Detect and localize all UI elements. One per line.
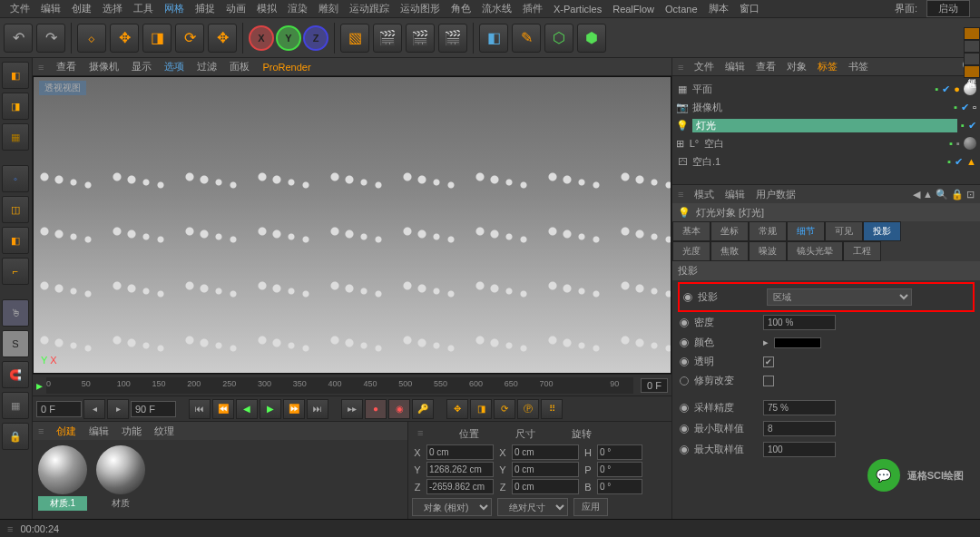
viewport[interactable]: 透视视图 Y X (33, 76, 671, 374)
tree-row-light[interactable]: 💡 灯光 ▪✔ (676, 116, 976, 134)
menu-oct[interactable]: Octane (665, 4, 697, 15)
coord-mode1-select[interactable]: 对象 (相对) (412, 498, 492, 516)
tab-general[interactable]: 常规 (749, 221, 787, 241)
menu-anim[interactable]: 动画 (226, 2, 246, 15)
om-tags-menu[interactable]: 标签 (818, 60, 838, 73)
mat-edit-menu[interactable]: 编辑 (89, 425, 109, 438)
material-name[interactable]: 材质.1 (38, 496, 87, 511)
tab-shadow[interactable]: 投影 (863, 221, 901, 241)
triangle-tag-icon[interactable]: ▲ (966, 156, 976, 167)
axis-x-button[interactable]: X (249, 25, 274, 51)
density-field[interactable]: 100 % (763, 315, 836, 330)
tab-caustics[interactable]: 焦散 (710, 241, 749, 261)
tree-row-plane[interactable]: ▦ 平面 ▪✔ ● (676, 80, 976, 98)
coord-mode2-select[interactable]: 绝对尺寸 (497, 498, 568, 516)
material-item[interactable]: 材质.1 (38, 445, 87, 511)
move-tool[interactable]: ✥ (110, 24, 139, 53)
sidetab-objects[interactable]: 对象 (964, 27, 980, 40)
cube-primitive-button[interactable]: ◧ (479, 24, 508, 53)
clip-checkbox[interactable] (763, 376, 774, 386)
frame-end-field[interactable]: 90 F (131, 401, 176, 417)
accuracy-field[interactable]: 75 % (763, 400, 836, 415)
om-view-menu[interactable]: 查看 (756, 60, 776, 73)
next-frame-button[interactable]: ⏩ (283, 399, 305, 419)
frame-current-field[interactable]: 0 F (36, 401, 82, 417)
tab-visibility[interactable]: 可见 (825, 221, 863, 241)
vp-camera-menu[interactable]: 摄像机 (89, 60, 119, 73)
tree-row-camera[interactable]: 📷 摄像机 ▪✔ ▫ (676, 98, 976, 116)
tab-photometric[interactable]: 光度 (672, 241, 710, 261)
layout-selector[interactable]: 启动 (926, 0, 970, 17)
autokey-button[interactable]: ◉ (388, 399, 410, 419)
max-samples-field[interactable]: 100 (763, 442, 836, 457)
tab-project[interactable]: 工程 (843, 241, 881, 261)
tree-row-null[interactable]: ⊞ L° 空白 ▪▪ (676, 134, 976, 152)
axis-mode-button[interactable]: ⌐ (2, 258, 29, 285)
timeline-ruler[interactable]: ▸ 0 50 100 150 200 250 300 350 400 450 5… (33, 374, 671, 395)
sidetab-layers[interactable]: 层次 (964, 40, 980, 53)
key-button[interactable]: 🔑 (412, 399, 434, 419)
menu-window[interactable]: 窗口 (740, 2, 760, 15)
workplane-button[interactable]: ▦ (2, 123, 29, 151)
sidetab-attr[interactable]: 属性 (964, 65, 980, 78)
size-z-field[interactable] (512, 479, 579, 494)
menu-select[interactable]: 选择 (103, 2, 122, 15)
attr-mode-menu[interactable]: 模式 (694, 188, 714, 201)
sidetab-content[interactable]: 内容浏览器 (964, 53, 980, 65)
render-settings-button[interactable]: 🎬 (406, 24, 435, 53)
object-tree[interactable]: ▦ 平面 ▪✔ ● 📷 摄像机 ▪✔ ▫ 💡 灯光 ▪✔ ⊞ L° 空白 ▪▪ … (672, 76, 980, 185)
menu-file[interactable]: 文件 (10, 2, 30, 15)
axis-z-button[interactable]: Z (303, 25, 328, 51)
menu-track[interactable]: 运动跟踪 (349, 2, 389, 15)
transparent-checkbox[interactable]: ✔ (763, 356, 774, 367)
pla-key-button[interactable]: ⠿ (541, 399, 563, 419)
tab-noise[interactable]: 噪波 (749, 241, 787, 261)
menu-plugins[interactable]: 插件 (523, 2, 543, 15)
last-tool[interactable]: ✥ (208, 24, 237, 53)
scale-tool[interactable]: ◨ (142, 24, 172, 53)
tree-row-null1[interactable]: ⮹ 空白.1 ▪✔ ▲ (676, 152, 976, 171)
lock-icon[interactable]: 🔒 (2, 423, 29, 450)
poly-mode-button[interactable]: ◧ (2, 227, 29, 254)
menu-pipe[interactable]: 流水线 (482, 2, 512, 15)
prev-frame-button[interactable]: ⏪ (212, 399, 234, 419)
rotate-tool[interactable]: ⟳ (175, 24, 204, 53)
apply-button[interactable]: 应用 (573, 498, 608, 516)
om-edit-menu[interactable]: 编辑 (725, 60, 745, 73)
pos-z-field[interactable] (426, 479, 494, 494)
pos-key-button[interactable]: ✥ (446, 399, 468, 419)
frame-start-field[interactable]: 0 F (641, 378, 668, 393)
pos-x-field[interactable] (426, 444, 494, 460)
undo-button[interactable]: ↶ (4, 24, 33, 53)
rot-p-field[interactable] (597, 462, 642, 477)
menu-snap[interactable]: 捕捉 (195, 2, 215, 15)
vp-display-menu[interactable]: 显示 (132, 60, 152, 73)
deformer-button[interactable]: ⬢ (577, 24, 606, 53)
texture-mode-button[interactable]: ◨ (2, 93, 29, 120)
edge-mode-button[interactable]: ◫ (2, 196, 29, 223)
render-queue-button[interactable]: 🎬 (438, 24, 467, 53)
axis-y-button[interactable]: Y (276, 25, 301, 51)
tab-details[interactable]: 细节 (787, 221, 825, 241)
vp-options-menu[interactable]: 选项 (164, 60, 184, 73)
menu-rf[interactable]: RealFlow (612, 4, 654, 15)
material-tag-icon[interactable] (964, 137, 976, 150)
menu-script[interactable]: 脚本 (709, 2, 729, 15)
play-back-button[interactable]: ◀ (236, 399, 258, 419)
tweak-mode-button[interactable]: 🖰 (2, 299, 29, 327)
tab-lens[interactable]: 镜头光晕 (787, 241, 843, 261)
om-object-menu[interactable]: 对象 (787, 60, 807, 73)
workplane-icon[interactable]: ▦ (2, 392, 29, 419)
mat-tex-menu[interactable]: 纹理 (154, 425, 174, 438)
mat-func-menu[interactable]: 功能 (122, 425, 142, 438)
menu-sim[interactable]: 模拟 (257, 2, 277, 15)
vp-view-menu[interactable]: 查看 (56, 60, 76, 73)
point-mode-button[interactable]: ◦ (2, 165, 29, 192)
menu-mograph[interactable]: 运动图形 (400, 2, 440, 15)
snap-button[interactable]: S (2, 330, 29, 357)
render-pv-button[interactable]: 🎬 (373, 24, 402, 53)
shadow-type-select[interactable]: 区域 (767, 288, 912, 306)
menu-sculpt[interactable]: 雕刻 (318, 2, 338, 15)
menu-edit[interactable]: 编辑 (41, 2, 61, 15)
om-file-menu[interactable]: 文件 (694, 60, 714, 73)
